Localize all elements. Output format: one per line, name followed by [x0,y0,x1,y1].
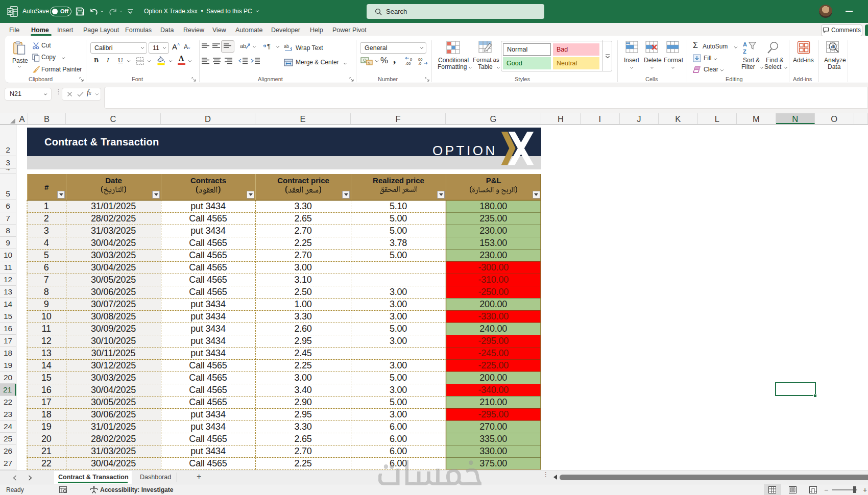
svg-text:$: $ [368,61,371,65]
svg-text:¶: ¶ [267,42,271,50]
svg-text:.0: .0 [418,61,421,65]
svg-text:ab: ab [240,43,246,49]
svg-text:.00: .00 [405,61,411,65]
svg-text:A: A [743,41,747,47]
svg-text:Z: Z [743,48,746,55]
svg-text:ab: ab [284,44,289,49]
